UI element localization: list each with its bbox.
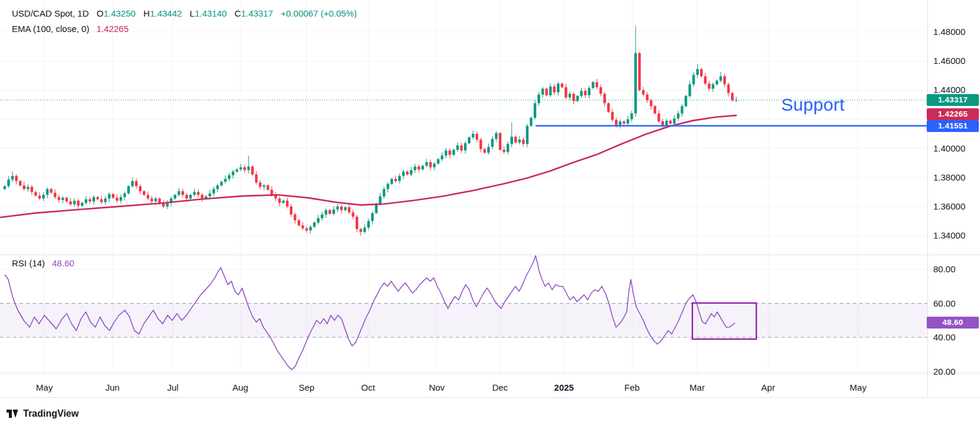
time-tick-label: Nov: [429, 382, 445, 394]
time-tick-label: May: [36, 382, 53, 394]
change-value: +0.00067 (+0.05%): [281, 8, 357, 18]
rsi-tick-label: 20.00: [933, 366, 956, 378]
time-tick-label: May: [850, 382, 866, 394]
rsi-label[interactable]: RSI (14): [12, 258, 45, 268]
high-label: H: [143, 8, 150, 18]
time-tick-label: Aug: [233, 382, 249, 394]
time-tick-label: Apr: [761, 382, 775, 394]
rsi-tick-label: 60.00: [933, 298, 956, 310]
tradingview-chart-window: { "header": { "symbol": "USD/CAD Spot, 1…: [0, 0, 980, 425]
rsi-value-badge: 48.60: [927, 317, 979, 329]
price-tick-label: 1.38000: [933, 172, 965, 183]
rsi-tick-label: 40.00: [933, 331, 956, 343]
price-tick-label: 1.46000: [933, 55, 965, 67]
time-tick-label: Jul: [167, 382, 178, 394]
ema-legend[interactable]: EMA (100, close, 0) 1.42265: [12, 24, 128, 34]
rsi-legend[interactable]: RSI (14) 48.60: [12, 258, 75, 269]
support-value-badge: 1.41551: [927, 120, 979, 132]
rsi-band: [0, 304, 927, 338]
current-price-badge: 1.43317: [927, 94, 979, 106]
tradingview-logo[interactable]: TradingView: [6, 408, 79, 420]
time-tick-label: Feb: [624, 382, 640, 394]
low-value: 1.43140: [195, 8, 227, 18]
high-value: 1.43442: [150, 8, 182, 18]
close-value: 1.43317: [241, 8, 273, 18]
time-tick-label: Sep: [299, 382, 315, 394]
low-label: L: [190, 8, 195, 18]
tradingview-logo-text: TradingView: [23, 408, 79, 419]
tradingview-logo-icon: [6, 408, 19, 420]
ema-value-badge: 1.42265: [927, 108, 979, 120]
time-tick-label: Dec: [492, 382, 508, 394]
rsi-tick-label: 80.00: [933, 263, 956, 275]
price-tick-label: 1.36000: [933, 201, 965, 213]
time-tick-label: Mar: [689, 382, 705, 394]
symbol-title[interactable]: USD/CAD Spot, 1D: [12, 8, 89, 18]
rsi-value: 48.60: [52, 258, 75, 268]
price-tick-label: 1.40000: [933, 143, 965, 154]
open-value: 1.43250: [104, 8, 136, 18]
time-tick-label: 2025: [554, 382, 573, 394]
chart-plot-area[interactable]: [0, 0, 980, 425]
time-tick-label: Jun: [105, 382, 120, 394]
time-tick-label: Oct: [361, 382, 375, 394]
price-tick-label: 1.48000: [933, 26, 965, 38]
open-label: O: [96, 8, 104, 18]
symbol-legend[interactable]: USD/CAD Spot, 1D O1.43250 H1.43442 L1.43…: [12, 8, 357, 19]
ema-value: 1.42265: [96, 24, 128, 34]
price-tick-label: 1.34000: [933, 230, 965, 242]
support-annotation-text[interactable]: Support: [781, 95, 844, 115]
close-label: C: [234, 8, 241, 18]
ema-label[interactable]: EMA (100, close, 0): [12, 24, 89, 34]
